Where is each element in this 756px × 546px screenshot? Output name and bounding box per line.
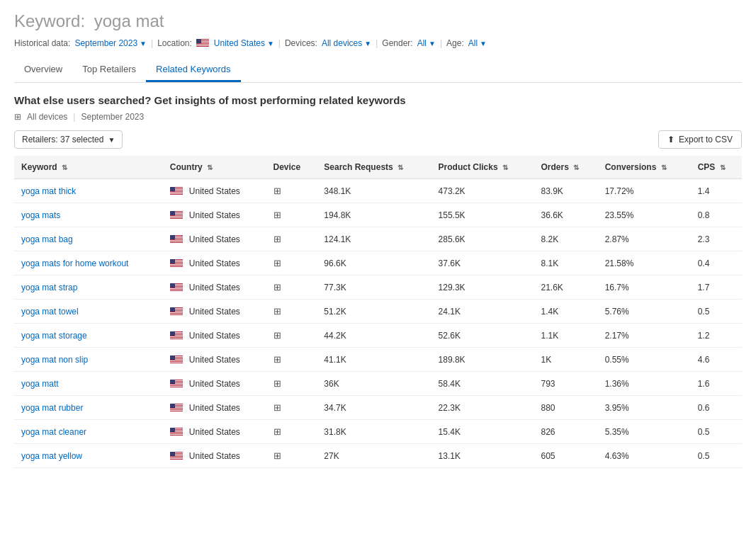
col-country: Country ⇅ [163,156,266,179]
device-icon: ⊞ [273,186,281,196]
keyword-link[interactable]: yoga mat cleaner [21,427,86,437]
orders-sort-icon[interactable]: ⇅ [573,164,579,171]
svg-rect-76 [170,385,183,385]
table-row: yoga mat non slip United States ⊞41.1K18… [14,348,742,372]
keyword-link[interactable]: yoga mat strap [21,283,77,292]
devices-value: All devices [322,38,362,48]
search-requests-cell: 51.2K [317,300,431,324]
historical-label: Historical data: [14,38,70,48]
svg-rect-100 [170,457,183,457]
keyword-link[interactable]: yoga matt [21,379,59,389]
conversions-sort-icon[interactable]: ⇅ [661,164,667,171]
conversions-cell: 0.55% [598,348,691,372]
sub-sep: | [73,112,75,122]
cps-sort-icon[interactable]: ⇅ [720,164,726,171]
device-icon: ⊞ [273,210,281,220]
svg-rect-95 [170,428,175,432]
svg-rect-30 [170,243,183,244]
device-cell: ⊞ [266,420,317,444]
section-title: What else users searched? Get insights o… [14,94,742,106]
filters-row: Historical data: September 2023 ▼ | Loca… [14,38,742,48]
tab-related-keywords[interactable]: Related Keywords [146,58,241,82]
cps-cell: 1.2 [691,324,742,348]
export-csv-button[interactable]: ⬆ Export to CSV [658,130,742,149]
table-row: yoga mat storage United States ⊞44.2K52.… [14,324,742,348]
us-flag-icon [170,452,183,460]
product-clicks-cell: 473.2K [431,179,534,203]
device-cell: ⊞ [266,348,317,372]
devices-arrow-icon: ▼ [364,40,371,47]
product-clicks-sort-icon[interactable]: ⇅ [502,164,508,171]
keyword-link[interactable]: yoga mat storage [21,331,87,341]
svg-rect-29 [170,241,183,242]
cps-cell: 1.7 [691,275,742,300]
keyword-link[interactable]: yoga mat rubber [21,403,83,413]
device-icon: ⊞ [273,354,281,365]
svg-rect-13 [170,193,183,194]
country-value: United States [189,210,240,220]
keyword-value: yoga mat [94,11,164,30]
country-cell: United States [170,379,259,389]
gender-arrow-icon: ▼ [429,40,436,47]
svg-rect-79 [170,380,175,384]
keyword-sort-icon[interactable]: ⇅ [62,164,67,171]
table-row: yoga mats for home workout United States… [14,251,742,275]
gender-value: All [417,38,427,48]
keyword-link[interactable]: yoga mat non slip [21,355,88,365]
table-row: yoga mat rubber United States ⊞34.7K22.3… [14,396,742,420]
location-value: United States [214,38,265,48]
cps-cell: 2.3 [691,227,742,251]
us-flag-icon [170,356,183,364]
keyword-link[interactable]: yoga mat towel [21,307,79,317]
us-flag-icon [170,307,183,316]
table-row: yoga mat cleaner United States ⊞31.8K15.… [14,420,742,444]
svg-rect-44 [170,288,183,289]
retailers-dropdown[interactable]: Retailers: 37 selected ▼ [14,130,123,149]
cps-cell: 4.6 [691,348,742,372]
keyword-link[interactable]: yoga mat thick [21,186,76,196]
location-dropdown[interactable]: United States ▼ [196,38,274,48]
device-icon: ⊞ [273,426,281,437]
svg-rect-7 [196,39,201,43]
country-cell: United States [170,186,259,196]
svg-rect-14 [170,195,183,195]
age-dropdown[interactable]: All ▼ [468,38,487,48]
historical-dropdown[interactable]: September 2023 ▼ [74,38,147,48]
product-clicks-cell: 15.4K [431,420,534,444]
product-clicks-cell: 129.3K [431,275,534,300]
svg-rect-15 [170,187,175,191]
tab-overview[interactable]: Overview [14,58,72,82]
device-icon: ⊞ [273,306,281,317]
tab-top-retailers[interactable]: Top Retailers [72,58,146,82]
product-clicks-cell: 13.1K [431,444,534,468]
us-flag-icon [170,331,183,340]
country-value: United States [189,379,240,389]
gender-dropdown[interactable]: All ▼ [417,38,436,48]
keyword-link[interactable]: yoga mats for home workout [21,258,128,268]
conversions-cell: 16.7% [598,275,691,300]
search-requests-cell: 31.8K [317,420,431,444]
search-requests-sort-icon[interactable]: ⇅ [397,164,403,171]
table-header-row: Keyword ⇅ Country ⇅ Device Search Reques… [14,156,742,179]
svg-rect-62 [170,339,183,340]
sub-device: All devices [27,112,67,122]
keyword-link[interactable]: yoga mat yellow [21,451,82,461]
country-cell: United States [170,403,259,413]
retailers-arrow-icon: ▼ [108,136,115,144]
country-sort-icon[interactable]: ⇅ [207,164,213,171]
keyword-link[interactable]: yoga mat bag [21,234,73,244]
orders-cell: 8.1K [534,251,597,275]
sep4: | [440,38,442,48]
svg-rect-78 [170,387,183,388]
orders-cell: 826 [534,420,597,444]
orders-cell: 1.4K [534,300,597,324]
conversions-cell: 21.58% [598,251,691,275]
devices-dropdown[interactable]: All devices ▼ [322,38,371,48]
cps-cell: 1.4 [691,179,742,203]
us-flag-icon [196,39,209,47]
keyword-link[interactable]: yoga mats [21,210,60,220]
retailers-label: Retailers: 37 selected [22,135,103,144]
svg-rect-86 [170,411,183,412]
svg-rect-6 [196,47,209,47]
table-row: yoga mat yellow United States ⊞27K13.1K6… [14,444,742,468]
